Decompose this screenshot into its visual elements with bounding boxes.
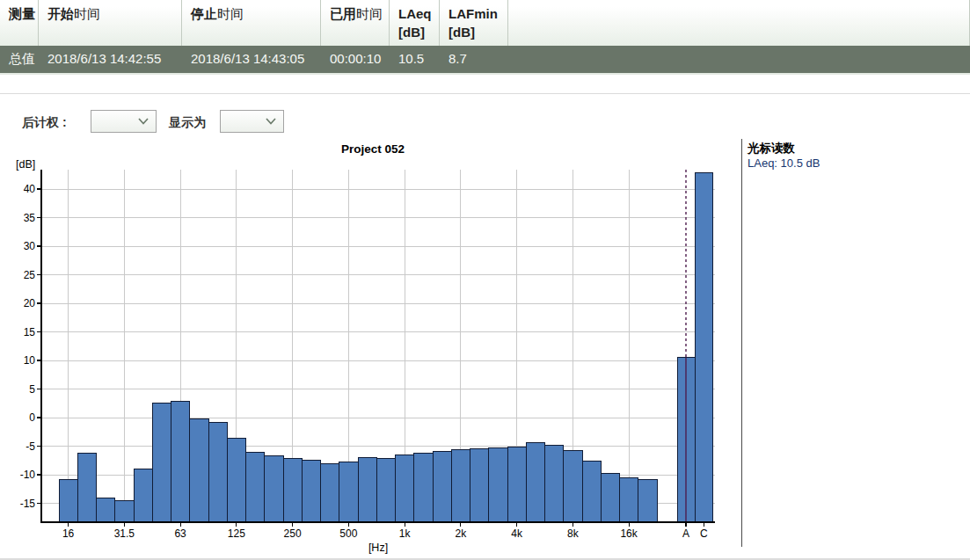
section-divider [0, 93, 970, 94]
frequency-bar-160[interactable] [246, 452, 265, 521]
x-tick-label: 16 [62, 527, 75, 540]
y-tick-label: 20 [24, 297, 36, 309]
frequency-bar-250[interactable] [283, 459, 302, 521]
x-axis-unit-label: [Hz] [368, 542, 388, 554]
frequency-bar-40[interactable] [134, 469, 152, 522]
cursor-readout-value: LAeq: 10.5 dB [748, 156, 820, 170]
y-tick-label: -5 [26, 440, 35, 453]
frequency-bar-1.25k[interactable] [414, 454, 433, 521]
frequency-bar-100[interactable] [208, 423, 227, 521]
post-weighting-label: 后计权 : [22, 115, 67, 131]
frequency-bar-16k[interactable] [620, 478, 638, 521]
y-tick-label: -10 [20, 469, 36, 481]
frequency-bars [59, 173, 713, 521]
cell-start-time: 2018/6/13 14:42:55 [39, 46, 182, 73]
post-weighting-select[interactable] [91, 110, 157, 133]
frequency-bar-200[interactable] [265, 456, 283, 521]
cell-elapsed-time: 00:00:10 [321, 46, 390, 73]
y-tick-label: -15 [20, 498, 36, 510]
frequency-bar-31.5[interactable] [115, 501, 134, 521]
frequency-bar-80[interactable] [190, 418, 208, 521]
spectrum-chart[interactable]: -15-10-505101520253035401631.56312525050… [0, 136, 741, 560]
frequency-bar-1k[interactable] [396, 455, 414, 521]
display-as-select[interactable] [220, 110, 284, 133]
col-header-start-time: 开始时间 [39, 0, 182, 46]
y-tick-label: 40 [24, 183, 36, 195]
chevron-down-icon [138, 118, 149, 125]
y-tick-label: 15 [24, 326, 36, 338]
chevron-down-icon [266, 118, 276, 125]
frequency-bar-20k[interactable] [638, 480, 657, 521]
chart-title: Project 052 [341, 142, 405, 156]
col-header-laeq: LAeq[dB] [390, 0, 440, 46]
x-tick-label: C [700, 527, 708, 540]
panel-divider [741, 139, 742, 547]
frequency-bar-125[interactable] [227, 438, 245, 521]
cursor-readout-title: 光标读数 [748, 141, 795, 156]
frequency-bar-10k[interactable] [582, 461, 601, 521]
x-tick-label: 4k [511, 527, 523, 540]
measurement-table-header: 测量 开始时间 停止时间 已用时间 LAeq[dB] LAFmin[dB] [0, 0, 970, 46]
frequency-bar-12.5k[interactable] [601, 473, 619, 521]
frequency-bar-315[interactable] [302, 461, 320, 521]
y-tick-label: 25 [24, 269, 36, 281]
cell-lafmin: 8.7 [440, 46, 508, 73]
y-tick-label: 30 [24, 240, 36, 252]
display-as-label: 显示为 [169, 115, 206, 131]
spectrum-chart-svg[interactable]: -15-10-505101520253035401631.56312525050… [0, 136, 741, 560]
frequency-bar-500[interactable] [339, 462, 358, 521]
y-tick-label: 35 [24, 212, 36, 224]
frequency-bar-3.15k[interactable] [489, 447, 507, 521]
cell-stop-time: 2018/6/13 14:43:05 [182, 46, 321, 73]
col-header-empty [508, 0, 970, 46]
cell-measurement: 总值 [0, 46, 39, 73]
x-tick-label: 16k [620, 527, 638, 540]
frequency-bar-8k[interactable] [564, 450, 582, 521]
app-window: 测量 开始时间 停止时间 已用时间 LAeq[dB] LAFmin[dB] 总值… [0, 0, 970, 560]
y-tick-label: 0 [29, 411, 35, 424]
x-tick-label: A [682, 527, 689, 540]
col-header-lafmin: LAFmin[dB] [440, 0, 508, 46]
frequency-bar-4k[interactable] [507, 447, 526, 521]
frequency-bar-2k[interactable] [451, 449, 470, 521]
col-header-stop-time: 停止时间 [182, 0, 321, 46]
x-tick-label: 8k [567, 527, 580, 540]
x-tick-label: 2k [456, 527, 468, 540]
frequency-bar-630[interactable] [358, 458, 376, 522]
frequency-bar-16[interactable] [59, 480, 77, 521]
frequency-bar-400[interactable] [321, 464, 339, 521]
x-tick-label: 63 [174, 527, 186, 540]
y-axis-unit-label: [dB] [16, 158, 35, 171]
x-tick-label: 31.5 [114, 527, 135, 540]
x-tick-label: 1k [399, 527, 412, 540]
y-tick-label: 10 [24, 354, 36, 367]
col-header-elapsed-time: 已用时间 [321, 0, 390, 46]
measurement-row-total[interactable]: 总值 2018/6/13 14:42:55 2018/6/13 14:43:05… [0, 46, 970, 75]
frequency-bar-63[interactable] [171, 402, 190, 521]
y-tick-label: 5 [29, 383, 35, 396]
frequency-bar-2.5k[interactable] [470, 448, 489, 521]
cell-laeq: 10.5 [390, 46, 440, 73]
frequency-bar-20[interactable] [77, 453, 96, 521]
x-tick-label: 250 [284, 527, 302, 540]
x-tick-label: 125 [228, 527, 245, 540]
frequency-bar-1.6k[interactable] [433, 451, 451, 521]
frequency-bar-50[interactable] [152, 403, 171, 521]
x-tick-label: 500 [339, 527, 357, 540]
frequency-bar-25[interactable] [97, 498, 115, 521]
frequency-bar-800[interactable] [376, 458, 395, 521]
weighted-bar-C[interactable] [695, 173, 713, 521]
frequency-bar-6.3k[interactable] [545, 445, 564, 521]
col-header-measurement: 测量 [0, 0, 39, 46]
frequency-bar-5k[interactable] [526, 443, 544, 521]
